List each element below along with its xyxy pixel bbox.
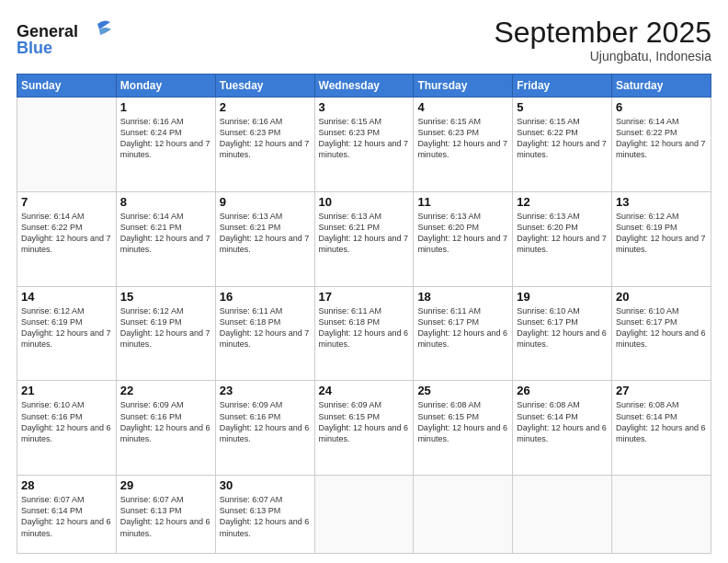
calendar-cell: 14Sunrise: 6:12 AM Sunset: 6:19 PM Dayli…	[17, 286, 117, 381]
day-number: 26	[517, 384, 608, 397]
day-info: Sunrise: 6:10 AM Sunset: 6:17 PM Dayligh…	[517, 305, 608, 350]
calendar-cell: 8Sunrise: 6:14 AM Sunset: 6:21 PM Daylig…	[116, 191, 215, 286]
day-number: 22	[120, 384, 211, 397]
calendar-cell: 13Sunrise: 6:12 AM Sunset: 6:19 PM Dayli…	[612, 191, 711, 286]
day-number: 10	[319, 195, 410, 209]
calendar-cell: 18Sunrise: 6:11 AM Sunset: 6:17 PM Dayli…	[414, 286, 513, 381]
day-info: Sunrise: 6:08 AM Sunset: 6:14 PM Dayligh…	[616, 399, 707, 444]
calendar-cell: 22Sunrise: 6:09 AM Sunset: 6:16 PM Dayli…	[116, 381, 215, 476]
calendar-cell: 3Sunrise: 6:15 AM Sunset: 6:23 PM Daylig…	[314, 98, 414, 192]
calendar-cell: 21Sunrise: 6:10 AM Sunset: 6:16 PM Dayli…	[17, 381, 117, 476]
day-number: 18	[417, 290, 508, 304]
calendar-cell: 6Sunrise: 6:14 AM Sunset: 6:22 PM Daylig…	[612, 98, 711, 192]
calendar-cell: 26Sunrise: 6:08 AM Sunset: 6:14 PM Dayli…	[513, 381, 612, 476]
day-info: Sunrise: 6:13 AM Sunset: 6:20 PM Dayligh…	[417, 211, 508, 256]
day-info: Sunrise: 6:13 AM Sunset: 6:21 PM Dayligh…	[319, 211, 410, 256]
day-info: Sunrise: 6:15 AM Sunset: 6:23 PM Dayligh…	[319, 116, 410, 161]
calendar-cell	[612, 476, 711, 554]
calendar-week-row: 1Sunrise: 6:16 AM Sunset: 6:24 PM Daylig…	[17, 98, 711, 192]
logo: General Blue	[17, 17, 118, 64]
day-number: 1	[120, 100, 211, 114]
day-number: 11	[417, 195, 508, 209]
calendar-cell: 16Sunrise: 6:11 AM Sunset: 6:18 PM Dayli…	[215, 286, 314, 381]
day-number: 24	[319, 384, 410, 397]
day-number: 30	[220, 478, 311, 492]
calendar-header-row: SundayMondayTuesdayWednesdayThursdayFrid…	[17, 75, 711, 98]
day-info: Sunrise: 6:10 AM Sunset: 6:16 PM Dayligh…	[21, 399, 112, 444]
calendar-header-saturday: Saturday	[612, 75, 711, 98]
page: General Blue September 2025 Ujungbatu, I…	[0, 0, 728, 563]
calendar-cell: 28Sunrise: 6:07 AM Sunset: 6:14 PM Dayli…	[17, 476, 117, 554]
day-number: 14	[21, 290, 112, 304]
month-title: September 2025	[494, 17, 711, 49]
day-info: Sunrise: 6:07 AM Sunset: 6:13 PM Dayligh…	[120, 494, 211, 539]
calendar-cell: 27Sunrise: 6:08 AM Sunset: 6:14 PM Dayli…	[612, 381, 711, 476]
day-info: Sunrise: 6:08 AM Sunset: 6:14 PM Dayligh…	[517, 399, 608, 444]
day-info: Sunrise: 6:13 AM Sunset: 6:20 PM Dayligh…	[517, 211, 608, 256]
day-number: 29	[120, 478, 211, 492]
day-number: 28	[21, 478, 112, 492]
day-info: Sunrise: 6:16 AM Sunset: 6:24 PM Dayligh…	[120, 116, 211, 161]
day-info: Sunrise: 6:14 AM Sunset: 6:22 PM Dayligh…	[21, 211, 112, 256]
day-info: Sunrise: 6:14 AM Sunset: 6:22 PM Dayligh…	[616, 116, 707, 161]
subtitle: Ujungbatu, Indonesia	[494, 49, 711, 63]
day-number: 9	[220, 195, 311, 209]
calendar-cell	[314, 476, 414, 554]
calendar-header-thursday: Thursday	[414, 75, 513, 98]
calendar-cell: 20Sunrise: 6:10 AM Sunset: 6:17 PM Dayli…	[612, 286, 711, 381]
calendar-header-friday: Friday	[513, 75, 612, 98]
calendar-cell: 23Sunrise: 6:09 AM Sunset: 6:16 PM Dayli…	[215, 381, 314, 476]
day-info: Sunrise: 6:11 AM Sunset: 6:18 PM Dayligh…	[319, 305, 410, 350]
day-number: 21	[21, 384, 112, 397]
calendar-cell	[17, 98, 117, 192]
title-block: September 2025 Ujungbatu, Indonesia	[494, 17, 711, 63]
day-number: 16	[220, 290, 311, 304]
day-info: Sunrise: 6:07 AM Sunset: 6:13 PM Dayligh…	[220, 494, 311, 539]
calendar-cell: 29Sunrise: 6:07 AM Sunset: 6:13 PM Dayli…	[116, 476, 215, 554]
calendar-week-row: 21Sunrise: 6:10 AM Sunset: 6:16 PM Dayli…	[17, 381, 711, 476]
day-info: Sunrise: 6:12 AM Sunset: 6:19 PM Dayligh…	[21, 305, 112, 350]
calendar-cell: 24Sunrise: 6:09 AM Sunset: 6:15 PM Dayli…	[314, 381, 414, 476]
calendar-cell	[513, 476, 612, 554]
calendar-header-sunday: Sunday	[17, 75, 117, 98]
day-info: Sunrise: 6:08 AM Sunset: 6:15 PM Dayligh…	[417, 399, 508, 444]
day-number: 25	[417, 384, 508, 397]
calendar-cell: 30Sunrise: 6:07 AM Sunset: 6:13 PM Dayli…	[215, 476, 314, 554]
day-info: Sunrise: 6:12 AM Sunset: 6:19 PM Dayligh…	[616, 211, 707, 256]
calendar-cell: 7Sunrise: 6:14 AM Sunset: 6:22 PM Daylig…	[17, 191, 117, 286]
calendar-cell: 17Sunrise: 6:11 AM Sunset: 6:18 PM Dayli…	[314, 286, 414, 381]
calendar-cell: 15Sunrise: 6:12 AM Sunset: 6:19 PM Dayli…	[116, 286, 215, 381]
calendar-cell: 5Sunrise: 6:15 AM Sunset: 6:22 PM Daylig…	[513, 98, 612, 192]
calendar-cell: 4Sunrise: 6:15 AM Sunset: 6:23 PM Daylig…	[414, 98, 513, 192]
day-number: 12	[517, 195, 608, 209]
day-number: 6	[616, 100, 707, 114]
calendar-cell: 11Sunrise: 6:13 AM Sunset: 6:20 PM Dayli…	[414, 191, 513, 286]
day-info: Sunrise: 6:10 AM Sunset: 6:17 PM Dayligh…	[616, 305, 707, 350]
day-info: Sunrise: 6:11 AM Sunset: 6:18 PM Dayligh…	[220, 305, 311, 350]
day-info: Sunrise: 6:12 AM Sunset: 6:19 PM Dayligh…	[120, 305, 211, 350]
calendar-cell: 25Sunrise: 6:08 AM Sunset: 6:15 PM Dayli…	[414, 381, 513, 476]
day-number: 23	[220, 384, 311, 397]
day-number: 19	[517, 290, 608, 304]
day-number: 5	[517, 100, 608, 114]
calendar-header-wednesday: Wednesday	[314, 75, 414, 98]
calendar-week-row: 28Sunrise: 6:07 AM Sunset: 6:14 PM Dayli…	[17, 476, 711, 554]
day-info: Sunrise: 6:15 AM Sunset: 6:22 PM Dayligh…	[517, 116, 608, 161]
day-number: 13	[616, 195, 707, 209]
day-number: 3	[319, 100, 410, 114]
calendar-cell: 1Sunrise: 6:16 AM Sunset: 6:24 PM Daylig…	[116, 98, 215, 192]
calendar-header-monday: Monday	[116, 75, 215, 98]
day-info: Sunrise: 6:13 AM Sunset: 6:21 PM Dayligh…	[220, 211, 311, 256]
day-info: Sunrise: 6:15 AM Sunset: 6:23 PM Dayligh…	[417, 116, 508, 161]
calendar-header-tuesday: Tuesday	[215, 75, 314, 98]
day-number: 20	[616, 290, 707, 304]
calendar-cell: 2Sunrise: 6:16 AM Sunset: 6:23 PM Daylig…	[215, 98, 314, 192]
day-number: 4	[417, 100, 508, 114]
day-number: 27	[616, 384, 707, 397]
calendar-week-row: 14Sunrise: 6:12 AM Sunset: 6:19 PM Dayli…	[17, 286, 711, 381]
day-info: Sunrise: 6:07 AM Sunset: 6:14 PM Dayligh…	[21, 494, 112, 539]
header: General Blue September 2025 Ujungbatu, I…	[17, 17, 711, 64]
svg-text:General: General	[17, 22, 78, 40]
day-number: 17	[319, 290, 410, 304]
day-info: Sunrise: 6:09 AM Sunset: 6:15 PM Dayligh…	[319, 399, 410, 444]
